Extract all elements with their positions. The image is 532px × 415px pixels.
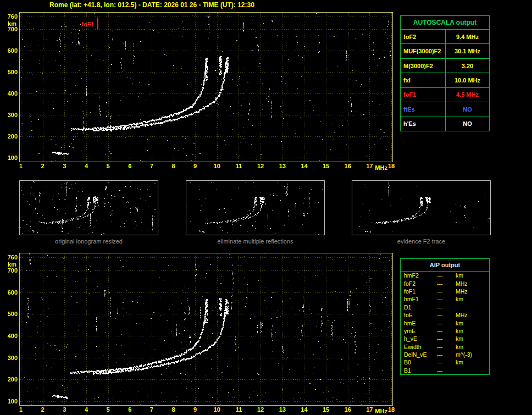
autoscala-param-label: fxI xyxy=(401,73,446,87)
caption-evidence-f2: evidence F2 trace xyxy=(352,238,491,245)
main-ionogram-canvas xyxy=(20,13,392,162)
autoscala-row-hes: h'EsNO xyxy=(401,117,489,131)
aip-param-label: B0 xyxy=(401,359,437,366)
autoscala-param-value: NO xyxy=(446,102,489,116)
autoscala-param-label: foF1 xyxy=(401,88,446,102)
aip-param-unit: km xyxy=(456,272,489,279)
autoscala-param-value: 3.20 xyxy=(446,59,489,73)
thumbnail-eliminate-reflections xyxy=(186,180,325,235)
x-tick-label: 16 xyxy=(341,406,354,413)
x-tick-label: 3 xyxy=(58,163,71,169)
aip-param-label: hmF2 xyxy=(401,272,437,279)
aip-param-label: D1 xyxy=(401,304,437,311)
autoscala-param-label: h'Es xyxy=(401,117,446,131)
thumbnail-eliminate-canvas xyxy=(186,181,324,235)
autoscala-row-m3000f2: M(3000)F23.20 xyxy=(401,59,489,73)
aip-row-delnve: DelN_vE---m^(-3) xyxy=(401,351,489,358)
y-tick-label: 760 xyxy=(1,13,18,20)
aip-param-unit: km xyxy=(456,320,489,327)
x-tick-label: 7 xyxy=(145,163,158,169)
autoscala-param-value: 30.1 MHz xyxy=(446,44,489,58)
y-tick-label: 700 xyxy=(1,267,18,274)
x-tick-label: 17 xyxy=(363,406,376,413)
aip-param-value: --- xyxy=(437,272,456,279)
y-tick-label: 400 xyxy=(1,333,18,339)
y-tick-label: 500 xyxy=(1,69,18,75)
aip-row-foe: foE---MHz xyxy=(401,311,489,319)
x-tick-label: 6 xyxy=(123,163,136,169)
aip-row-fof1: foF1---MHz xyxy=(401,287,489,295)
aip-param-unit: km xyxy=(456,335,489,342)
aip-param-value: --- xyxy=(437,304,456,311)
autoscala-param-value: NO xyxy=(446,117,489,131)
aip-param-value: --- xyxy=(437,328,456,334)
y-tick-label: 200 xyxy=(1,133,18,140)
x-tick-label: 3 xyxy=(58,406,71,413)
x-tick-label: 14 xyxy=(297,406,311,413)
aip-param-unit: MHz xyxy=(456,288,489,295)
x-tick-label: 6 xyxy=(123,406,136,413)
station-date-title: Rome (lat: +41.8, lon: 012.5) - DATE: 20… xyxy=(49,1,254,9)
x-tick-label: 11 xyxy=(232,406,245,413)
autoscala-param-label: ftEs xyxy=(401,102,446,116)
main-ionogram-plot: foF1 xyxy=(19,12,393,162)
restored-ionogram-plot xyxy=(19,253,393,406)
aip-param-unit: km xyxy=(456,359,489,366)
thumbnail-original-ionogram xyxy=(19,180,158,235)
thumbnail-original-canvas xyxy=(20,181,158,235)
autoscala-param-value: 10.0 MHz xyxy=(446,73,489,87)
autoscala-param-value: 9.4 MHz xyxy=(446,30,489,43)
aip-row-fof2: foF2---MHz xyxy=(401,279,489,287)
autoscala-row-fxi: fxI10.0 MHz xyxy=(401,73,489,87)
autoscala-param-label: MUF(3000)F2 xyxy=(401,44,446,58)
x-tick-label: 8 xyxy=(167,163,180,169)
autoscala-window: Rome (lat: +41.8, lon: 012.5) - DATE: 20… xyxy=(0,0,532,415)
foF1-marker-label: foF1 xyxy=(76,21,95,27)
aip-row-hmf2: hmF2---km xyxy=(401,272,489,279)
x-tick-label: 2 xyxy=(36,406,49,413)
aip-row-ewidth: Ewidth---km xyxy=(401,343,489,351)
x-tick-label: 8 xyxy=(167,406,180,413)
aip-output-header: AIP output xyxy=(401,259,489,272)
x-tick-label: 9 xyxy=(189,406,202,413)
x-tick-label: 11 xyxy=(232,163,245,169)
aip-param-value: --- xyxy=(437,320,456,327)
x-tick-label: 13 xyxy=(276,163,289,169)
y-tick-label: 100 xyxy=(1,154,18,161)
x-tick-label: 4 xyxy=(80,163,93,169)
x-tick-label: 5 xyxy=(102,406,115,413)
aip-param-unit: km xyxy=(456,296,489,302)
aip-param-label: DelN_vE xyxy=(401,351,437,358)
aip-param-unit: MHz xyxy=(456,312,489,318)
autoscala-row-muf3000f2: MUF(3000)F230.1 MHz xyxy=(401,44,489,58)
aip-param-label: B1 xyxy=(401,367,437,374)
aip-param-value: --- xyxy=(437,335,456,342)
aip-param-label: ymE xyxy=(401,328,437,334)
aip-param-label: Ewidth xyxy=(401,344,437,350)
y-tick-label: 300 xyxy=(1,355,18,361)
aip-row-hmf1: hmF1---km xyxy=(401,295,489,303)
aip-row-hve: h_vE---km xyxy=(401,335,489,342)
autoscala-row-ftes: ftEsNO xyxy=(401,102,489,117)
x-tick-label: 4 xyxy=(80,406,93,413)
aip-param-label: foE xyxy=(401,312,437,318)
restored-ionogram-canvas xyxy=(20,253,392,405)
y-tick-label: 300 xyxy=(1,112,18,118)
autoscala-param-label: foF2 xyxy=(401,30,446,43)
y-tick-label: 400 xyxy=(1,90,18,97)
y-tick-label: 200 xyxy=(1,376,18,383)
aip-param-unit: km xyxy=(456,344,489,350)
aip-param-label: foF1 xyxy=(401,288,437,295)
x-tick-label: 7 xyxy=(145,406,158,413)
aip-param-unit: m^(-3) xyxy=(456,351,489,358)
thumbnail-evidence-f2 xyxy=(352,180,491,235)
x-tick-label: 17 xyxy=(363,163,376,169)
autoscala-row-fof1: foF14.5 MHz xyxy=(401,88,489,102)
autoscala-output-header: AUTOSCALA output xyxy=(401,16,489,30)
aip-param-value: --- xyxy=(437,312,456,318)
autoscala-param-value: 4.5 MHz xyxy=(446,88,489,102)
y-axis-unit: km xyxy=(1,261,18,268)
x-tick-label: 14 xyxy=(297,163,311,169)
aip-row-b0: B0---km xyxy=(401,358,489,366)
x-tick-label: 1 xyxy=(14,406,27,413)
